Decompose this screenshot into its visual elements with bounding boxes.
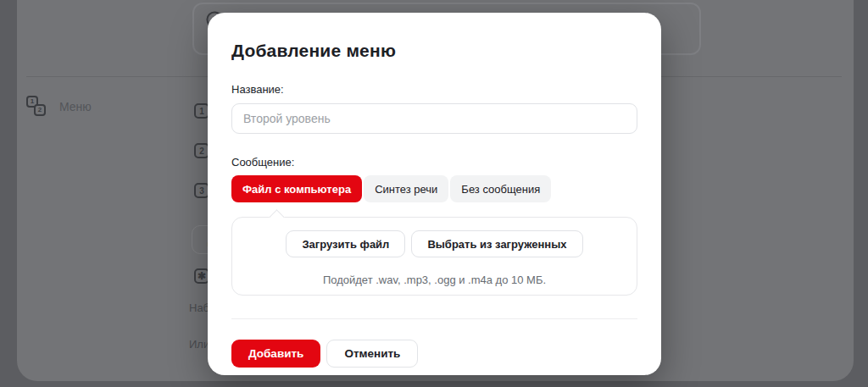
background-partial-text-2: Или: [189, 338, 209, 351]
modal-title: Добавление меню: [231, 41, 637, 61]
menu-levels-icon: 1 2: [26, 96, 49, 119]
add-menu-modal: Добавление меню Название: Сообщение: Фай…: [208, 13, 661, 375]
sidebar-item-menu: 1 2 Меню: [26, 93, 179, 120]
upload-buttons-row: Загрузить файл Выбрать из загруженных: [232, 230, 637, 257]
message-field-label: Сообщение:: [231, 156, 637, 169]
add-button[interactable]: Добавить: [231, 340, 320, 368]
modal-footer-divider: [231, 318, 637, 319]
file-upload-panel: Загрузить файл Выбрать из загруженных По…: [231, 217, 637, 296]
upload-hint-text: Подойдет .wav, .mp3, .ogg и .m4a до 10 М…: [232, 274, 637, 286]
tab-no-message[interactable]: Без сообщения: [450, 175, 551, 202]
choose-uploaded-button[interactable]: Выбрать из загруженных: [411, 230, 582, 257]
sidebar-item-label: Меню: [59, 100, 92, 113]
modal-action-row: Добавить Отменить: [231, 340, 637, 368]
message-type-tabs: Файл с компьютера Синтез речи Без сообще…: [231, 175, 637, 202]
name-field-label: Название:: [231, 83, 637, 96]
name-input[interactable]: [231, 103, 637, 134]
level-2-square: 2: [34, 104, 46, 116]
tab-speech-synthesis[interactable]: Синтез речи: [364, 175, 448, 202]
tab-file-from-computer[interactable]: Файл с компьютера: [231, 175, 362, 202]
upload-file-button[interactable]: Загрузить файл: [286, 230, 405, 257]
cancel-button[interactable]: Отменить: [326, 340, 418, 368]
background-partial-text-1: Наб: [189, 301, 209, 314]
